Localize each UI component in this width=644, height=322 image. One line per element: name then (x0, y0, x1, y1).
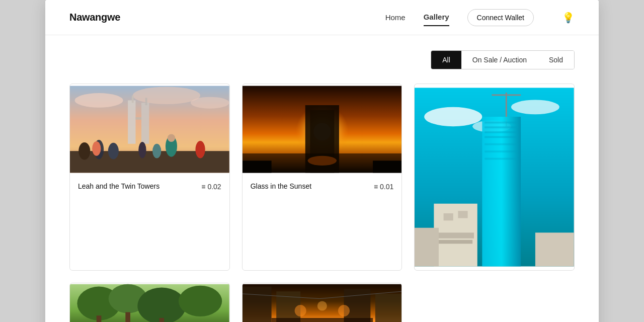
svg-rect-37 (485, 131, 518, 133)
svg-rect-39 (485, 143, 518, 145)
svg-rect-8 (136, 117, 142, 120)
svg-point-10 (78, 142, 90, 160)
svg-rect-47 (415, 228, 439, 267)
card-leah-twin-towers[interactable]: Leah and the Twin Towers ≡ 0.02 (69, 84, 230, 271)
filter-all-button[interactable]: All (431, 51, 461, 69)
filter-group: All On Sale / Auction Sold (431, 50, 575, 69)
card-trees[interactable] (69, 283, 230, 322)
svg-rect-44 (458, 211, 468, 218)
svg-point-29 (425, 107, 482, 126)
app-window: Nawangwe Home Gallery Connect Wallet 💡 A… (45, 0, 599, 322)
svg-rect-60 (344, 289, 370, 322)
main-content: All On Sale / Auction Sold (45, 35, 599, 322)
svg-rect-40 (485, 150, 518, 152)
logo: Nawangwe (69, 12, 385, 23)
svg-rect-36 (485, 126, 518, 128)
svg-rect-61 (375, 294, 402, 322)
svg-rect-26 (243, 160, 272, 173)
card-title-sunset: Glass in the Sunset (251, 182, 311, 192)
card-glass-sunset[interactable]: Glass in the Sunset ≡ 0.01 (242, 84, 403, 271)
svg-rect-7 (145, 98, 147, 105)
card-alley[interactable] (242, 283, 403, 322)
svg-rect-4 (128, 100, 135, 143)
header: Nawangwe Home Gallery Connect Wallet 💡 (45, 0, 599, 35)
theme-toggle-icon[interactable]: 💡 (562, 12, 575, 24)
svg-rect-34 (482, 117, 521, 266)
svg-rect-41 (485, 158, 518, 160)
nav-home[interactable]: Home (385, 9, 406, 26)
svg-point-62 (294, 305, 306, 316)
nav: Home Gallery Connect Wallet 💡 (385, 9, 575, 26)
svg-point-17 (138, 142, 146, 158)
svg-point-1 (75, 93, 123, 108)
svg-rect-35 (485, 122, 518, 124)
svg-point-14 (168, 134, 175, 142)
svg-rect-48 (535, 232, 574, 266)
card-blue-tower[interactable] (414, 84, 575, 271)
filter-bar: All On Sale / Auction Sold (69, 50, 575, 69)
svg-point-15 (92, 141, 101, 156)
card-image-blue-tower (415, 84, 574, 270)
connect-wallet-button[interactable]: Connect Wallet (467, 9, 534, 26)
filter-sold-button[interactable]: Sold (538, 51, 574, 69)
card-price-leah: ≡ 0.02 (201, 183, 221, 191)
svg-point-12 (108, 143, 119, 159)
svg-rect-27 (373, 160, 402, 173)
card-title-leah: Leah and the Twin Towers (78, 182, 159, 192)
filter-on-sale-button[interactable]: On Sale / Auction (461, 51, 538, 69)
svg-point-2 (133, 87, 200, 105)
svg-point-53 (179, 286, 222, 316)
gallery-grid: Leah and the Twin Towers ≡ 0.02 (69, 84, 575, 322)
svg-rect-46 (439, 240, 472, 244)
svg-rect-55 (125, 312, 130, 322)
svg-rect-38 (485, 136, 518, 138)
card-footer-sunset: Glass in the Sunset ≡ 0.01 (243, 175, 402, 199)
svg-point-16 (195, 141, 205, 158)
card-footer-leah: Leah and the Twin Towers ≡ 0.02 (70, 175, 229, 199)
svg-rect-54 (97, 315, 102, 322)
card-price-sunset: ≡ 0.01 (374, 183, 393, 191)
nav-gallery[interactable]: Gallery (424, 9, 449, 26)
card-image-sunset (243, 84, 402, 175)
svg-rect-6 (141, 103, 149, 144)
svg-point-25 (307, 156, 337, 166)
card-image-trees (70, 283, 229, 322)
svg-point-64 (338, 305, 350, 316)
card-image-leah (70, 84, 229, 175)
svg-rect-43 (444, 213, 453, 220)
svg-point-30 (511, 100, 559, 114)
svg-point-18 (152, 144, 161, 158)
svg-rect-56 (159, 318, 165, 322)
card-image-alley (243, 283, 402, 322)
svg-rect-45 (438, 232, 474, 238)
svg-rect-58 (243, 287, 272, 322)
svg-rect-65 (271, 318, 373, 322)
svg-point-63 (317, 301, 327, 310)
svg-rect-5 (132, 96, 134, 103)
svg-point-3 (191, 97, 229, 109)
